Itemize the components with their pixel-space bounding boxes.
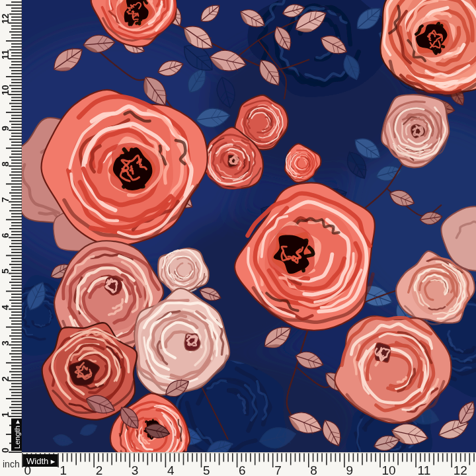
svg-text:11: 11 [0,50,11,60]
svg-text:10: 10 [0,85,11,95]
svg-text:7: 7 [0,197,11,202]
svg-text:5: 5 [203,463,210,476]
svg-text:Length ▸: Length ▸ [13,420,21,449]
svg-text:6: 6 [0,233,11,238]
svg-text:9: 9 [346,463,353,476]
svg-text:1: 1 [0,412,11,417]
svg-text:6: 6 [239,463,246,476]
svg-text:8: 8 [0,161,11,167]
svg-text:7: 7 [274,463,282,476]
svg-text:inch: inch [3,459,20,469]
svg-text:8: 8 [310,463,317,476]
svg-text:2: 2 [0,376,11,381]
svg-text:9: 9 [0,126,11,131]
svg-text:12: 12 [0,13,11,24]
svg-text:3: 3 [132,463,139,476]
svg-text:Width ▸: Width ▸ [26,456,56,466]
svg-text:1: 1 [60,463,67,476]
svg-text:5: 5 [0,268,11,274]
svg-text:12: 12 [454,463,467,476]
svg-text:4: 4 [0,305,11,310]
svg-text:0: 0 [0,448,11,453]
svg-text:2: 2 [96,463,103,476]
svg-text:4: 4 [167,463,175,476]
svg-text:3: 3 [0,340,11,346]
svg-text:10: 10 [382,463,396,476]
svg-text:11: 11 [418,463,431,476]
